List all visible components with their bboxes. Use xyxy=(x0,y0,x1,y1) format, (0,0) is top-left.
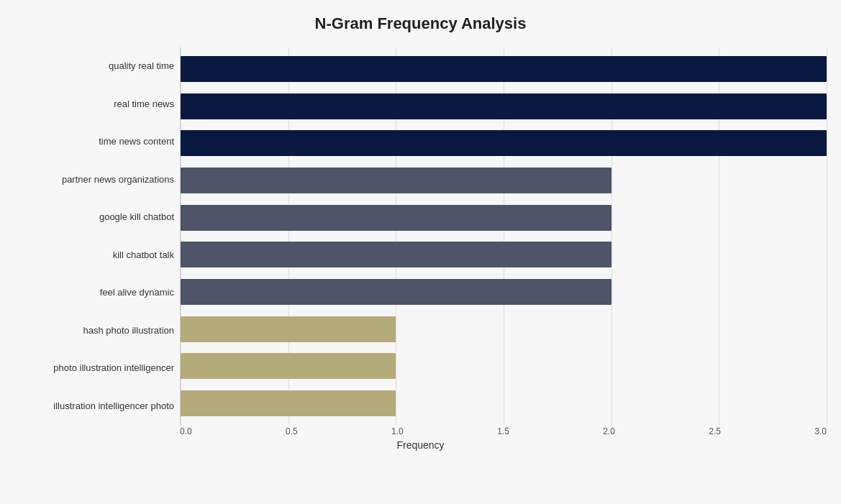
chart-area: quality real timereal time newstime news… xyxy=(14,47,827,425)
y-label: illustration intelligencer photo xyxy=(14,389,174,423)
grid-line xyxy=(827,47,827,425)
bar xyxy=(181,279,612,305)
bar xyxy=(181,242,612,267)
chart-title: N-Gram Frequency Analysis xyxy=(14,14,827,33)
bar-row xyxy=(181,163,827,197)
bar-row xyxy=(181,387,827,421)
bar-row xyxy=(181,238,827,272)
y-label: time news content xyxy=(14,125,174,159)
x-tick: 2.0 xyxy=(603,426,615,436)
x-tick-row: 0.00.51.01.52.02.53.0 xyxy=(180,426,827,436)
bar xyxy=(181,316,396,342)
y-label: hash photo illustration xyxy=(14,313,174,347)
y-label: photo illustration intelligencer xyxy=(14,352,174,385)
y-label: quality real time xyxy=(14,50,174,83)
plot-area xyxy=(180,47,827,425)
bar xyxy=(181,130,827,156)
bars-wrapper xyxy=(181,47,827,425)
y-label: partner news organizations xyxy=(14,162,174,196)
y-label: google kill chatbot xyxy=(14,201,174,234)
x-tick: 1.5 xyxy=(497,426,509,436)
y-labels: quality real timereal time newstime news… xyxy=(14,47,180,425)
x-tick: 0.0 xyxy=(180,426,192,436)
bar-row xyxy=(181,52,827,86)
x-tick: 2.5 xyxy=(709,426,721,436)
y-label: kill chatbot talk xyxy=(14,238,174,272)
bar xyxy=(181,56,827,82)
x-tick: 1.0 xyxy=(391,426,404,436)
bar xyxy=(181,93,827,119)
bar-row xyxy=(181,127,827,160)
bar-row xyxy=(181,349,827,383)
bar xyxy=(181,168,612,193)
bar-row xyxy=(181,201,827,234)
bar-row xyxy=(181,275,827,308)
bar-row xyxy=(181,89,827,123)
bar-row xyxy=(181,312,827,346)
x-tick: 0.5 xyxy=(286,426,298,436)
bar xyxy=(181,205,612,231)
chart-container: N-Gram Frequency Analysis quality real t… xyxy=(0,0,841,504)
bar xyxy=(181,390,396,416)
y-label: real time news xyxy=(14,87,174,121)
x-axis-label: Frequency xyxy=(14,439,827,451)
y-label: feel alive dynamic xyxy=(14,276,174,310)
x-tick: 3.0 xyxy=(814,426,827,436)
x-axis-ticks: 0.00.51.01.52.02.53.0 xyxy=(14,426,827,436)
bar xyxy=(181,353,396,379)
